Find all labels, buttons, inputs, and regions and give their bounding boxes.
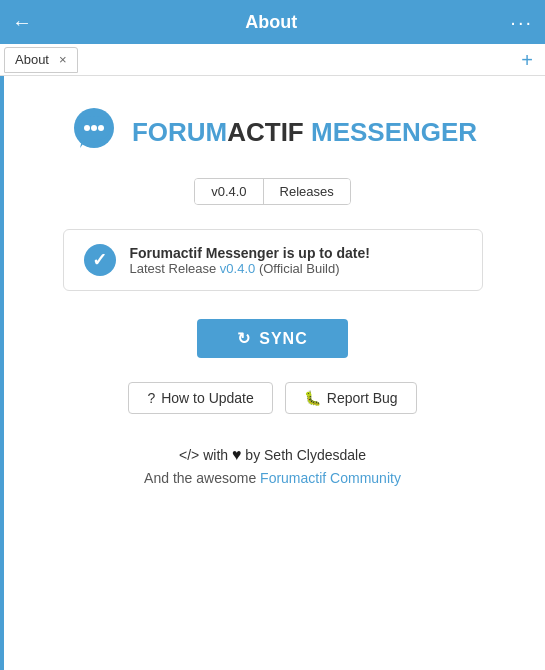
tab-bar: About × +	[0, 44, 545, 76]
sync-icon: ↻	[237, 329, 251, 348]
add-tab-button[interactable]: +	[513, 50, 541, 70]
sync-label: SYNC	[259, 330, 307, 348]
footer: </> with ♥ by Seth Clydesdale And the aw…	[144, 446, 401, 486]
logo-text: FORUMACTIF MESSENGER	[132, 117, 477, 148]
status-subtitle: Latest Release v0.4.0 (Official Build)	[130, 261, 370, 276]
how-to-update-label: How to Update	[161, 390, 254, 406]
status-box: ✓ Forumactif Messenger is up to date! La…	[63, 229, 483, 291]
with-text: with	[203, 447, 228, 463]
logo-actif: ACTIF	[227, 117, 304, 147]
how-to-update-button[interactable]: ? How to Update	[128, 382, 272, 414]
footer-line2: And the awesome Forumactif Community	[144, 470, 401, 486]
releases-button[interactable]: Releases	[263, 179, 350, 204]
community-prefix: And the awesome	[144, 470, 260, 486]
svg-point-1	[84, 125, 90, 131]
logo-forum: FORUM	[132, 117, 227, 147]
status-prefix: Latest Release	[130, 261, 220, 276]
status-suffix: (Official Build)	[255, 261, 339, 276]
title-bar: ← About ···	[0, 0, 545, 44]
sync-button[interactable]: ↻ SYNC	[197, 319, 347, 358]
heart-icon: ♥	[232, 446, 242, 463]
community-link[interactable]: Forumactif Community	[260, 470, 401, 486]
main-content: FORUMACTIF MESSENGER v0.4.0 Releases ✓ F…	[0, 76, 545, 670]
back-button[interactable]: ←	[12, 11, 32, 34]
status-version-link[interactable]: v0.4.0	[220, 261, 255, 276]
code-icon: </>	[179, 447, 199, 463]
about-tab[interactable]: About ×	[4, 47, 78, 73]
version-area: v0.4.0 Releases	[194, 178, 351, 205]
by-text: by	[245, 447, 260, 463]
tab-label: About	[15, 52, 49, 67]
check-icon: ✓	[84, 244, 116, 276]
svg-point-3	[98, 125, 104, 131]
action-row: ? How to Update 🐛 Report Bug	[128, 382, 416, 414]
logo-messenger: MESSENGER	[304, 117, 477, 147]
footer-line1: </> with ♥ by Seth Clydesdale	[179, 446, 366, 464]
app-logo-icon	[68, 106, 120, 158]
tab-close-button[interactable]: ×	[59, 52, 67, 67]
status-text: Forumactif Messenger is up to date! Late…	[130, 245, 370, 276]
author-name: Seth Clydesdale	[264, 447, 366, 463]
svg-point-2	[91, 125, 97, 131]
more-options-icon[interactable]: ···	[510, 11, 533, 34]
report-bug-icon: 🐛	[304, 390, 321, 406]
how-to-update-icon: ?	[147, 390, 155, 406]
report-bug-label: Report Bug	[327, 390, 398, 406]
version-button[interactable]: v0.4.0	[195, 179, 262, 204]
report-bug-button[interactable]: 🐛 Report Bug	[285, 382, 417, 414]
logo-area: FORUMACTIF MESSENGER	[68, 106, 477, 158]
page-title: About	[245, 12, 297, 33]
status-title: Forumactif Messenger is up to date!	[130, 245, 370, 261]
